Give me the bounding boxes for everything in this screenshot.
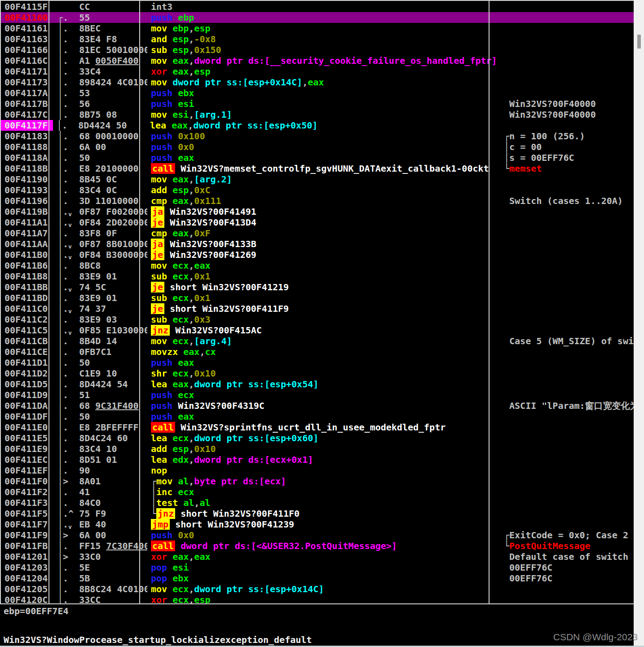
disasm-row[interactable]: 00F411AA│.v 0F87 8B010000ja Win32VS?00F4…	[0, 239, 634, 249]
address-cell[interactable]: 00F41183	[0, 131, 54, 142]
comment-cell[interactable]	[500, 443, 634, 454]
instruction-cell[interactable]: and esp,-0x8	[147, 34, 500, 44]
disasm-row[interactable]: 00F411E5│. 8D4C24 60lea ecx,dword ptr ss…	[0, 433, 634, 443]
instruction-cell[interactable]: sub ecx,0x1	[147, 271, 500, 282]
instruction-cell[interactable]: push eax	[147, 411, 500, 422]
bytes-cell[interactable]: │. E8 20100000	[54, 163, 147, 174]
disasm-row[interactable]: 00F41183│. 68 00010000push 0x100┌n = 100…	[0, 131, 634, 142]
comment-cell[interactable]	[500, 584, 634, 594]
bytes-cell[interactable]: │. A1 0050F400	[54, 55, 147, 66]
comment-cell[interactable]	[500, 23, 634, 34]
disasm-row[interactable]: 00F411F3│. 84C0│test al,al	[0, 497, 634, 508]
comment-cell[interactable]	[500, 228, 634, 239]
comment-cell[interactable]: ┌n = 100 (256.)	[500, 131, 634, 142]
disasm-row[interactable]: 00F411E0│. E8 2BFEFFFFcall Win32VS?sprin…	[0, 422, 634, 433]
comment-cell[interactable]	[500, 282, 634, 292]
address-cell[interactable]: 00F41161	[0, 23, 54, 34]
bytes-cell[interactable]: │. 51	[54, 390, 147, 400]
disasm-row[interactable]: 00F411D1│. 50push eax	[0, 357, 634, 368]
instruction-cell[interactable]: lea eax,dword ptr ss:[esp+0x54]	[147, 379, 500, 390]
instruction-cell[interactable]: pop ebx	[147, 573, 500, 584]
address-cell[interactable]: 00F4117F	[1, 120, 53, 131]
disasm-row[interactable]: 00F411E9│. 83C4 10add esp,0x10	[0, 443, 634, 454]
comment-cell[interactable]: Default case of switch 00F	[500, 551, 634, 562]
bytes-cell[interactable]: │.v 0F84 B3000000	[54, 249, 147, 260]
address-cell[interactable]: 00F4117C	[0, 109, 54, 120]
comment-cell[interactable]: │s = 00EFF76C	[500, 152, 634, 163]
disasm-row[interactable]: 00F411DA│. 68 9C31F400push Win32VS?00F43…	[0, 400, 634, 411]
bytes-cell[interactable]: CC	[54, 1, 147, 12]
bytes-cell[interactable]: │. 8B75 08	[54, 109, 147, 120]
bytes-cell[interactable]: │.v 74 5C	[54, 282, 147, 292]
disasm-row[interactable]: 00F411B6│. 8BC8mov ecx,eax	[0, 260, 634, 271]
bytes-cell[interactable]: │. 50	[54, 152, 147, 163]
disasm-row[interactable]: 00F41196│. 3D 11010000cmp eax,0x111 Swit…	[0, 195, 634, 206]
disassembly-pane[interactable]: 00F4115F CCint300F41160┌. 55push ebp00F4…	[0, 0, 634, 603]
address-cell[interactable]: 00F411D9	[0, 390, 54, 400]
disasm-row[interactable]: 00F411CE│. 0FB7C1movzx eax,cx	[0, 346, 634, 357]
disasm-row[interactable]: 00F4119B│.v 0F87 F0020000ja Win32VS?00F4…	[0, 206, 634, 217]
instruction-cell[interactable]: mov eax,[arg.2]	[147, 174, 500, 185]
disasm-row[interactable]: 00F411F7│.v EB 40jmp short Win32VS?00F41…	[0, 519, 634, 530]
address-cell[interactable]: 00F4117B	[0, 98, 54, 109]
comment-cell[interactable]: └memset	[500, 163, 634, 174]
comment-cell[interactable]	[500, 55, 634, 66]
disasm-row[interactable]: 00F41173│. 898424 4C010000mov dword ptr …	[0, 77, 634, 88]
bytes-cell[interactable]: │.^ 75 F9	[54, 508, 147, 519]
instruction-cell[interactable]: mov ecx,eax	[147, 260, 500, 271]
disasm-row[interactable]: 00F4115F CCint3	[0, 1, 634, 12]
instruction-cell[interactable]: call Win32VS?memset_controlfp_sgvHUNK_DA…	[147, 163, 500, 174]
disasm-row[interactable]: 00F411D2│. C1E9 10shr ecx,0x10	[0, 368, 634, 379]
address-cell[interactable]: 00F411DA	[0, 400, 54, 411]
disasm-row[interactable]: 00F4118A│. 50push eax│s = 00EFF76C	[0, 152, 634, 163]
disasm-row[interactable]: 00F411EF│. 90nop	[0, 465, 634, 476]
comment-cell[interactable]	[500, 185, 634, 195]
disasm-row[interactable]: 00F411DF│. 50push eax	[0, 411, 634, 422]
bytes-cell[interactable]: │. 83E9 03	[54, 314, 147, 325]
address-cell[interactable]: 00F41204	[0, 573, 54, 584]
instruction-cell[interactable]: push 0x0	[147, 530, 500, 541]
instruction-cell[interactable]: xor eax,esp	[147, 66, 500, 77]
address-cell[interactable]: 00F411F2	[0, 487, 54, 497]
instruction-cell[interactable]: ja Win32VS?00F41491	[147, 206, 500, 217]
bytes-cell[interactable]: │.v 0F85 E1030000	[54, 325, 147, 336]
comment-cell[interactable]	[500, 368, 634, 379]
address-cell[interactable]: 00F41188	[0, 142, 54, 152]
instruction-cell[interactable]: mov ebp,esp	[147, 23, 500, 34]
address-cell[interactable]: 00F411F0	[0, 476, 54, 487]
comment-cell[interactable]	[500, 34, 634, 44]
address-cell[interactable]: 00F411FB	[0, 541, 54, 551]
comment-cell[interactable]: Case 5 (WM_SIZE) of switch 0	[500, 336, 634, 346]
address-cell[interactable]: 00F41205	[0, 584, 54, 594]
address-cell[interactable]: 00F4118A	[0, 152, 54, 163]
address-cell[interactable]: 00F411F3	[0, 497, 54, 508]
instruction-cell[interactable]: sub ecx,0x1	[147, 292, 500, 303]
instruction-cell[interactable]: push eax	[147, 357, 500, 368]
instruction-cell[interactable]: ┌mov al,byte ptr ds:[ecx]	[147, 476, 500, 487]
comment-cell[interactable]	[500, 325, 634, 336]
disasm-row[interactable]: 00F41161│. 8BECmov ebp,esp	[0, 23, 634, 34]
bytes-cell[interactable]: │. E8 2BFEFFFF	[54, 422, 147, 433]
bytes-cell[interactable]: │. 5E	[54, 562, 147, 573]
bytes-cell[interactable]: │. 83E9 01	[54, 292, 147, 303]
bytes-cell[interactable]: │. 50	[54, 357, 147, 368]
vertical-scrollbar[interactable]	[634, 0, 644, 646]
address-cell[interactable]: 00F411EF	[0, 465, 54, 476]
bytes-cell[interactable]: │.v 74 37	[54, 303, 147, 314]
address-cell[interactable]: 00F41203	[0, 562, 54, 573]
instruction-cell[interactable]: push ebx	[147, 88, 500, 98]
bytes-cell[interactable]: │. 83E4 F8	[54, 34, 147, 44]
disasm-row[interactable]: 00F41203│. 5Epop esi 00EFF76C	[0, 562, 634, 573]
comment-cell[interactable]	[500, 476, 634, 487]
comment-cell[interactable]	[500, 497, 634, 508]
comment-cell[interactable]: Switch (cases 1..20A)	[500, 195, 634, 206]
bytes-cell[interactable]: │. 90	[54, 465, 147, 476]
comment-cell[interactable]	[500, 239, 634, 249]
bytes-cell[interactable]: │. 56	[54, 98, 147, 109]
disasm-row[interactable]: 00F41163│. 83E4 F8and esp,-0x8	[0, 34, 634, 44]
comment-cell[interactable]	[500, 271, 634, 282]
address-cell[interactable]: 00F4120C	[0, 594, 54, 603]
bytes-cell[interactable]: │> 6A 00	[54, 530, 147, 541]
comment-cell[interactable]	[500, 357, 634, 368]
disasm-row[interactable]: 00F411EC│. 8D51 01lea edx,dword ptr ds:[…	[0, 454, 634, 465]
